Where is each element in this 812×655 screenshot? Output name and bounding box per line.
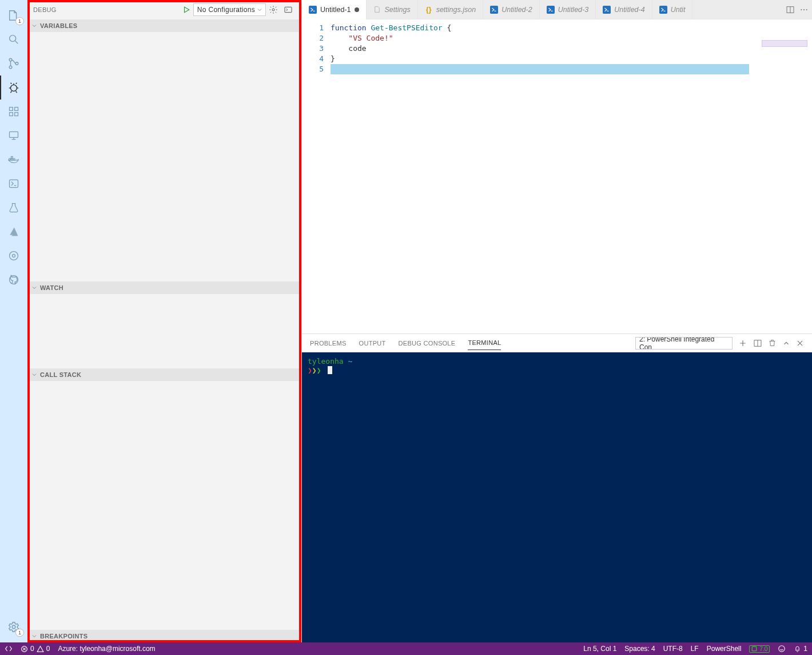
azure-icon[interactable] [0,220,27,244]
svg-point-0 [10,35,16,42]
code-content[interactable]: function Get-BestPSEditor { "VS Code!" c… [331,19,812,334]
settings-gear-icon[interactable]: 1 [0,615,27,639]
selection-highlight [331,64,749,74]
test-icon[interactable] [0,196,27,220]
breakpoints-section-header[interactable]: BREAKPOINTS [27,630,301,642]
sidebar-title-row: DEBUG No Configurations [27,0,301,19]
tab-untitled-4[interactable]: Untitled-4 [596,0,652,19]
status-feedback[interactable] [778,645,786,653]
debug-console-button[interactable] [281,3,296,16]
section-label: VARIABLES [40,22,77,29]
watch-section [27,294,301,368]
callstack-section-header[interactable]: CALL STACK [27,368,301,381]
status-ps-version[interactable]: 7.0 [749,645,770,653]
callstack-section [27,381,301,630]
status-notifications[interactable]: 1 [794,645,807,653]
panel-tab-output[interactable]: OUTPUT [359,336,386,350]
source-control-icon[interactable] [0,51,27,76]
svg-point-27 [801,9,802,10]
panel-tab-terminal[interactable]: TERMINAL [468,336,501,350]
svg-rect-6 [10,113,13,116]
watch-section-header[interactable]: WATCH [27,281,301,294]
svg-point-2 [9,66,12,69]
gitlens-icon[interactable] [0,244,27,268]
tab-label: Untitled-3 [558,6,589,14]
status-problems[interactable]: 0 0 [21,645,50,653]
tab-untitled-2[interactable]: Untitled-2 [483,0,540,19]
debug-config-select[interactable]: No Configurations [193,3,266,16]
tab-untitled-1[interactable]: Untitled-1 [302,0,367,19]
kill-terminal-button[interactable] [768,339,777,347]
minimap[interactable] [762,40,807,47]
svg-point-16 [10,252,18,260]
svg-rect-7 [15,113,18,116]
explorer-icon[interactable]: 1 [0,3,27,27]
tab-label: Untit [671,6,686,14]
tab-label: Untitled-1 [320,6,351,14]
svg-rect-13 [11,157,13,158]
tab-settings-json[interactable]: {} settings.json [418,0,483,19]
editor-area: Untitled-1 Settings {} settings.json Unt… [302,0,812,642]
status-indent[interactable]: Spaces: 4 [624,645,655,653]
svg-rect-9 [10,132,18,137]
maximize-panel-button[interactable] [782,339,790,347]
new-terminal-button[interactable] [738,339,747,348]
terminal-selector[interactable]: 2: PowerShell Integrated Con [635,337,733,350]
more-actions-button[interactable] [799,5,809,14]
tab-untitled-overflow[interactable]: Untit [652,0,693,19]
svg-point-1 [9,58,12,61]
tab-label: Untitled-4 [614,6,645,14]
svg-point-3 [15,62,18,65]
tab-actions [782,0,812,19]
status-encoding[interactable]: UTF-8 [663,645,683,653]
powershell-icon[interactable] [0,172,27,196]
search-icon[interactable] [0,27,27,51]
split-editor-button[interactable] [786,5,795,14]
svg-point-28 [803,9,805,10]
remote-indicator[interactable] [5,645,13,653]
status-bar: 0 0 Azure: tyleonha@microsoft.com Ln 5, … [0,642,812,655]
svg-point-33 [779,646,785,652]
github-icon[interactable] [0,268,27,292]
split-terminal-button[interactable] [753,339,762,348]
tab-untitled-3[interactable]: Untitled-3 [540,0,596,19]
variables-section-header[interactable]: VARIABLES [27,19,301,32]
status-eol[interactable]: LF [691,645,699,653]
panel-tab-debug-console[interactable]: DEBUG CONSOLE [399,336,456,350]
tab-label: Settings [385,6,411,14]
editor-body[interactable]: 1 2 3 4 5 function Get-BestPSEditor { "V… [302,19,812,334]
powershell-file-icon [490,6,498,14]
status-azure[interactable]: Azure: tyleonha@microsoft.com [58,645,155,653]
powershell-file-icon [547,6,555,14]
explorer-badge: 1 [15,17,24,25]
status-language[interactable]: PowerShell [707,645,742,653]
sidebar-title: DEBUG [33,6,180,13]
svg-rect-8 [15,108,18,111]
settings-badge: 1 [15,629,24,637]
docker-icon[interactable] [0,148,27,172]
panel-tab-problems[interactable]: PROBLEMS [310,336,347,350]
svg-point-19 [272,9,274,11]
editor-tabs: Untitled-1 Settings {} settings.json Unt… [302,0,812,19]
debug-icon[interactable] [0,76,27,100]
tab-settings[interactable]: Settings [367,0,418,19]
bottom-panel: PROBLEMS OUTPUT DEBUG CONSOLE TERMINAL 2… [302,334,812,642]
variables-section [27,32,301,281]
close-panel-button[interactable] [796,339,804,347]
chevron-down-icon [31,22,38,29]
debug-settings-button[interactable] [266,3,281,16]
terminal-user: tyleonha [308,357,344,366]
start-debug-button[interactable] [180,3,193,16]
extensions-icon[interactable] [0,100,27,124]
svg-rect-32 [753,646,757,651]
status-cursor-position[interactable]: Ln 5, Col 1 [583,645,616,653]
debug-sidebar: DEBUG No Configurations VARIABLES [27,0,302,642]
file-icon [373,6,381,14]
chevron-down-icon [256,6,263,13]
panel-tabs: PROBLEMS OUTPUT DEBUG CONSOLE TERMINAL 2… [302,334,812,352]
terminal-content[interactable]: tyleonha ~ ❯❯❯ [302,352,812,642]
section-label: BREAKPOINTS [40,633,87,640]
remote-explorer-icon[interactable] [0,124,27,148]
tab-label: settings.json [436,6,476,14]
svg-point-29 [806,9,807,10]
